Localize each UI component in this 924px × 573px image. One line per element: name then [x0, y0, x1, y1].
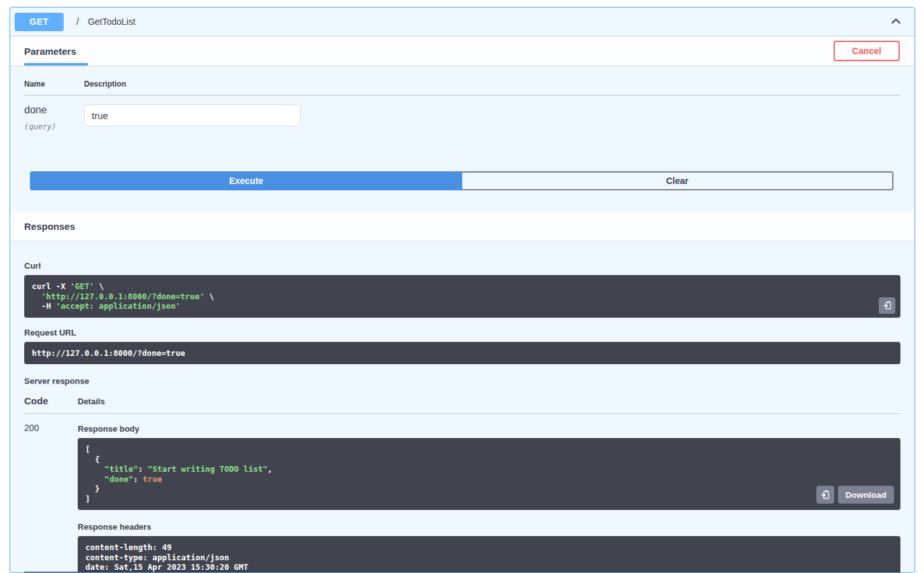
curl-header-string: 'accept: application/json': [56, 301, 181, 311]
description-column-header: Description: [84, 80, 126, 88]
parameter-name: done: [24, 104, 84, 116]
clipboard-copy-icon: [883, 301, 892, 310]
tab-parameters: Parameters: [24, 36, 76, 66]
parameter-location: (query): [24, 122, 84, 131]
response-body: [ { "title": "Start writing TODO list", …: [78, 438, 900, 510]
clipboard-copy-icon: [820, 490, 830, 500]
json-boolean-value: true: [143, 474, 162, 484]
curl-text: \: [204, 292, 214, 301]
json-punct: :: [133, 474, 143, 484]
response-headers-label: Response headers: [78, 522, 900, 532]
operation-block-get-gettodolist: GET / GetTodoList Parameters Cancel Name…: [10, 7, 915, 573]
json-string-value: "Start writing TODO list": [148, 464, 267, 474]
json-punct: ]: [85, 494, 90, 504]
path-separator: /: [76, 17, 79, 27]
responses-body: Curl curl -X 'GET' \ 'http://127.0.0.1:8…: [10, 241, 914, 573]
json-punct: {: [85, 455, 100, 464]
json-key: "done": [85, 474, 133, 484]
parameter-description-cell: [84, 104, 301, 131]
execute-wrapper: Execute Clear: [30, 171, 893, 190]
curl-string: 'GET': [70, 281, 94, 291]
response-header-line: content-type: application/json: [85, 553, 229, 562]
request-url-value: http://127.0.0.1:8000/?done=true: [24, 342, 900, 365]
clear-button[interactable]: Clear: [462, 171, 893, 190]
parameter-value-input[interactable]: [84, 104, 301, 126]
responses-title-wrap: Responses: [24, 211, 75, 241]
curl-text: [32, 292, 41, 301]
curl-url-string: 'http://127.0.0.1:8000/?done=true': [41, 292, 204, 301]
parameters-title: Parameters: [24, 46, 76, 57]
operation-summary[interactable]: GET / GetTodoList: [10, 8, 914, 36]
details-column-header: Details: [78, 397, 105, 406]
server-response-table-header: Code Details: [24, 395, 900, 414]
server-response-row: 200 Response body [ { "title": "Start wr…: [24, 423, 900, 573]
response-header-line: date: Sat,15 Apr 2023 15:30:20 GMT: [85, 562, 248, 572]
json-punct: [: [85, 444, 90, 454]
operation-path: GetTodoList: [88, 17, 136, 27]
json-key: "title": [85, 464, 138, 474]
collapse-button[interactable]: [886, 12, 906, 31]
response-headers: content-length: 49 content-type: applica…: [78, 536, 900, 573]
copy-curl-button[interactable]: [879, 297, 895, 314]
json-punct: }: [85, 484, 100, 493]
cancel-button[interactable]: Cancel: [834, 41, 900, 61]
chevron-up-icon: [889, 15, 903, 29]
json-punct: ,: [267, 464, 273, 474]
response-body-label: Response body: [78, 424, 900, 434]
response-details: Response body [ { "title": "Start writin…: [78, 423, 900, 573]
curl-text: curl -X: [32, 281, 70, 291]
copy-response-button[interactable]: [816, 486, 834, 504]
parameters-table-header: Name Description: [24, 80, 900, 96]
curl-text: -H: [32, 301, 56, 311]
method-badge[interactable]: GET: [15, 13, 64, 31]
execute-button[interactable]: Execute: [30, 171, 462, 190]
parameters-body: Name Description done (query) Execute Cl…: [10, 66, 914, 211]
code-column-header: Code: [24, 395, 78, 406]
status-code: 200: [24, 423, 78, 573]
parameters-section-header: Parameters Cancel: [10, 36, 914, 66]
download-button[interactable]: Download: [838, 486, 895, 504]
parameter-name-cell: done (query): [24, 104, 84, 131]
responses-title: Responses: [24, 221, 75, 232]
response-header-line: content-length: 49: [85, 542, 171, 552]
active-tab-underline: [24, 63, 88, 66]
curl-command: curl -X 'GET' \ 'http://127.0.0.1:8000/?…: [24, 275, 900, 318]
curl-label: Curl: [24, 261, 900, 271]
json-punct: :: [138, 464, 148, 474]
curl-text: \: [94, 281, 104, 291]
responses-section-header: Responses: [10, 211, 914, 241]
table-row: done (query): [24, 104, 900, 131]
request-url-label: Request URL: [24, 328, 900, 337]
server-response-label: Server response: [24, 376, 900, 386]
name-column-header: Name: [24, 80, 84, 88]
